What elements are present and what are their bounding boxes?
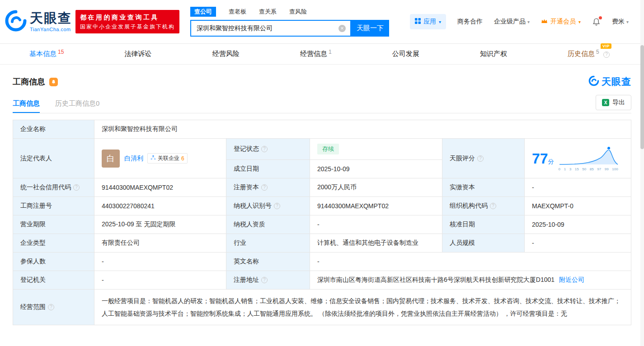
user-menu[interactable]: 费米 ▾ <box>612 18 629 26</box>
help-icon[interactable]: ? <box>261 277 268 283</box>
tab-basic-info[interactable]: 基本信息15 <box>29 50 64 58</box>
help-icon[interactable]: ? <box>274 203 280 209</box>
reg-number-label: 工商注册号 <box>13 197 94 215</box>
score-value: 77 <box>532 150 548 167</box>
address-label: 注册地址? <box>226 271 310 290</box>
related-companies-label: 关联企业 <box>158 154 179 162</box>
help-icon[interactable]: ? <box>477 155 484 162</box>
insured-label: 参保人数 <box>13 252 94 271</box>
tab-intellectual-property[interactable]: 知识产权 <box>480 50 507 58</box>
app-menu-label: 应用 <box>423 18 436 26</box>
business-info-table: 企业名称 深圳和聚智控科技有限公司 法定代表人 白 白清利 <box>13 120 631 325</box>
search-tab-boss[interactable]: 查老板 <box>229 8 246 16</box>
related-companies-tag[interactable]: 关联企业 6 <box>147 153 188 164</box>
axis-tick: 97 <box>597 167 601 171</box>
score-distribution-chart: 0 1 3 15 50 85 97 99 100 <box>559 146 618 171</box>
business-coop-link[interactable]: 商务合作 <box>457 18 483 26</box>
main-content: 工商信息 天眼查 工商信息 历史工商信息0 X 导出 <box>0 75 644 325</box>
axis-tick: 100 <box>612 167 618 171</box>
legal-rep-link[interactable]: 白清利 <box>124 154 143 163</box>
tab-history-info[interactable]: VIP 历史信息5 ? <box>568 50 610 58</box>
paid-capital-value: - <box>525 178 631 197</box>
tab-business-risk[interactable]: 经营风险 <box>212 50 240 58</box>
notification-dot <box>599 16 602 19</box>
credit-code-label-text: 统一社会信用代码 <box>20 183 71 192</box>
tianyancha-logo-icon <box>5 9 27 34</box>
tab-company-development[interactable]: 公司发展 <box>392 50 419 58</box>
reg-authority-value: - <box>94 271 226 290</box>
header: 天眼查 TianYanCha.com 都在用的商业查询工具 国家中小企业发展子基… <box>0 0 644 44</box>
taxpayer-id-label-text: 纳税人识别号 <box>234 202 272 210</box>
axis-tick: 85 <box>590 167 594 171</box>
tab-bar: 基本信息15 法律诉讼 经营风险 经营信息1 公司发展 知识产权 VIP 历史信… <box>0 44 644 65</box>
staff-size-label: 人员规模 <box>442 234 525 252</box>
chevron-down-icon: ▾ <box>578 19 581 24</box>
logo-text: 天眼查 <box>30 12 72 25</box>
help-icon[interactable]: ? <box>261 184 268 191</box>
enterprise-product-label: 企业级产品 <box>494 18 526 26</box>
brand-tagline: 都在用的商业查询工具 国家中小企业发展子基金旗下机构 <box>75 10 179 33</box>
chevron-down-icon: ▾ <box>527 19 530 24</box>
related-companies-count: 6 <box>181 155 184 162</box>
help-icon[interactable]: ? <box>261 146 268 152</box>
help-icon[interactable]: ? <box>48 304 54 310</box>
clear-icon[interactable]: × <box>338 25 346 32</box>
tab-company-development-label: 公司发展 <box>392 50 419 57</box>
chevron-down-icon: ▾ <box>439 19 441 24</box>
relation-graph-icon <box>150 155 156 162</box>
help-icon[interactable]: ? <box>490 203 496 209</box>
approval-date-value: 2025-10-09 <box>525 215 631 234</box>
search-input[interactable] <box>191 25 338 32</box>
enterprise-product-menu[interactable]: 企业级产品 ▾ <box>494 18 530 26</box>
scrollbar-thumb[interactable] <box>640 45 644 149</box>
org-code-label-text: 组织机构代码 <box>450 202 488 210</box>
export-button[interactable]: X 导出 <box>596 95 631 110</box>
legal-rep-cell: 白 白清利 关联企业 6 <box>94 139 226 178</box>
score-axis: 0 1 3 15 50 85 97 99 100 <box>559 167 618 171</box>
search-tab-company[interactable]: 查公司 <box>190 7 216 17</box>
taxpayer-id-label: 纳税人识别号? <box>226 197 310 215</box>
help-icon[interactable]: ? <box>603 51 610 58</box>
search-box: × <box>190 20 351 37</box>
axis-tick: 1 <box>564 167 566 171</box>
table-row: 企业名称 深圳和聚智控科技有限公司 <box>13 120 631 139</box>
legal-rep-label: 法定代表人 <box>13 139 94 178</box>
insured-value: - <box>94 252 226 271</box>
subtab-history-business-info[interactable]: 历史工商信息0 <box>55 94 99 113</box>
subtab-business-info[interactable]: 工商信息 <box>13 94 40 113</box>
score-label-text: 天眼评分 <box>450 154 475 163</box>
search-tab-relation[interactable]: 查关系 <box>259 8 277 16</box>
table-row: 法定代表人 白 白清利 关联企业 6 <box>13 139 631 160</box>
tab-business-info-label: 经营信息 <box>300 50 327 57</box>
help-icon[interactable]: ? <box>73 184 80 191</box>
address-value: 深圳市南山区粤海街道高新区社区科技南十路6号深圳航天科技创新研究院大厦D1001 <box>317 276 555 283</box>
search-button[interactable]: 天眼一下 <box>351 20 389 37</box>
vip-button[interactable]: 开通会员 ▾ <box>541 18 581 26</box>
subscribe-bell-icon[interactable] <box>49 78 58 86</box>
app-menu[interactable]: 应用 ▾ <box>410 14 446 29</box>
axis-tick: 0 <box>559 167 560 171</box>
axis-tick: 99 <box>605 167 609 171</box>
tab-basic-info-label: 基本信息 <box>29 50 56 57</box>
tab-legal-proceedings[interactable]: 法律诉讼 <box>125 50 152 58</box>
nearby-companies-link[interactable]: 附近公司 <box>559 276 584 283</box>
reg-authority-label: 登记机关 <box>13 271 94 290</box>
section-title: 工商信息 <box>13 76 45 87</box>
tab-basic-info-count: 15 <box>58 49 64 55</box>
tianyancha-logo[interactable]: 天眼查 TianYanCha.com <box>5 9 72 34</box>
tab-business-info[interactable]: 经营信息1 <box>300 50 332 58</box>
search-area: 查公司 查老板 查关系 查风险 × 天眼一下 <box>190 7 389 37</box>
vip-button-label: 开通会员 <box>550 18 576 26</box>
tab-business-info-count: 1 <box>329 49 332 55</box>
scrollbar[interactable] <box>640 0 644 346</box>
logo-domain: TianYanCha.com <box>30 27 72 32</box>
legal-rep-avatar[interactable]: 白 <box>102 150 120 168</box>
top-navigation: 应用 ▾ 商务合作 企业级产品 ▾ 开通会员 ▾ 费米 ▾ <box>410 14 629 29</box>
search-tab-risk[interactable]: 查风险 <box>289 8 307 16</box>
tagline-line2: 国家中小企业发展子基金旗下机构 <box>80 23 175 31</box>
tab-intellectual-property-label: 知识产权 <box>480 50 507 57</box>
export-button-label: 导出 <box>612 98 625 107</box>
english-name-value: - <box>310 252 631 271</box>
notification-bell-icon[interactable] <box>592 18 601 26</box>
reg-capital-value: 2000万人民币 <box>310 178 442 197</box>
